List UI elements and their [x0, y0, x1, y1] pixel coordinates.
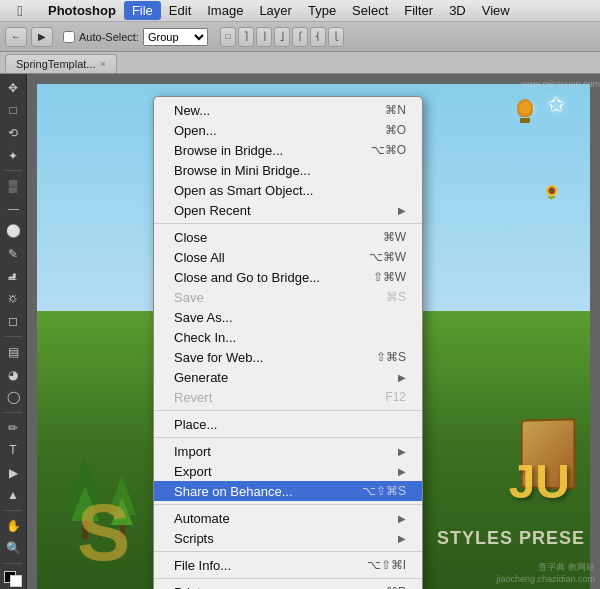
canvas-text-styles: STYLES PRESE [437, 528, 585, 549]
menu-item-browse-bridge[interactable]: Browse in Bridge... ⌥⌘O [154, 140, 422, 160]
tool-gradient[interactable]: ▤ [2, 342, 24, 362]
foreground-bg-color[interactable] [4, 571, 22, 587]
menu-item-browse-mini[interactable]: Browse in Mini Bridge... [154, 160, 422, 180]
menu-image[interactable]: Image [199, 1, 251, 20]
tool-crop[interactable]: ▒ [2, 176, 24, 196]
toolbar-align2[interactable]: ⎥ [256, 27, 272, 47]
tool-divider-3 [4, 412, 22, 413]
toolbar-align1[interactable]: ⎤ [238, 27, 254, 47]
menu-item-new-label: New... [174, 103, 365, 118]
menu-item-save[interactable]: Save ⌘S [154, 287, 422, 307]
menu-item-revert[interactable]: Revert F12 [154, 387, 422, 407]
menu-item-save-as[interactable]: Save As... [154, 307, 422, 327]
tool-dodge[interactable]: ◯ [2, 387, 24, 407]
menu-item-print[interactable]: Print... ⌘P [154, 582, 422, 589]
menu-item-generate-label: Generate [174, 370, 398, 385]
menu-item-check-in[interactable]: Check In... [154, 327, 422, 347]
menu-item-share-behance-shortcut: ⌥⇧⌘S [362, 484, 406, 498]
menu-item-scripts-arrow: ▶ [398, 533, 406, 544]
menu-item-close-all[interactable]: Close All ⌥⌘W [154, 247, 422, 267]
menu-item-open[interactable]: Open... ⌘O [154, 120, 422, 140]
menu-item-close-bridge-shortcut: ⇧⌘W [373, 270, 406, 284]
tools-panel: ✥ □ ⟲ ✦ ▒ ⸻ ⚪ ✎ ⛸ ⛭ ◻ ▤ ◕ ◯ ✏ T ▶ ▲ ✋ 🔍 [0, 74, 27, 589]
tool-move[interactable]: ✥ [2, 78, 24, 98]
menu-item-import[interactable]: Import ▶ [154, 441, 422, 461]
menu-item-export[interactable]: Export ▶ [154, 461, 422, 481]
tool-eyedropper[interactable]: ⸻ [2, 199, 24, 219]
document-tab[interactable]: SpringTemplat... × [5, 54, 117, 73]
toolbar-align6[interactable]: ⎩ [328, 27, 344, 47]
menu-sep-1 [154, 223, 422, 224]
menu-item-close-bridge[interactable]: Close and Go to Bridge... ⇧⌘W [154, 267, 422, 287]
menu-item-share-behance-label: Share on Behance... [174, 484, 342, 499]
tool-select-rect[interactable]: □ [2, 101, 24, 121]
menu-item-open-smart-label: Open as Smart Object... [174, 183, 406, 198]
menu-item-scripts[interactable]: Scripts ▶ [154, 528, 422, 548]
tool-clone[interactable]: ⛸ [2, 267, 24, 287]
menu-3d[interactable]: 3D [441, 1, 474, 20]
menu-item-export-label: Export [174, 464, 398, 479]
toolbar-align4[interactable]: ⎧ [292, 27, 308, 47]
watermark-text2: jiaocheng.chazidian.com [496, 574, 595, 584]
menu-type[interactable]: Type [300, 1, 344, 20]
tool-eraser[interactable]: ◻ [2, 312, 24, 332]
balloon-envelope [517, 99, 533, 117]
menu-item-close-all-shortcut: ⌥⌘W [369, 250, 406, 264]
menu-filter[interactable]: Filter [396, 1, 441, 20]
menu-item-browse-bridge-label: Browse in Bridge... [174, 143, 351, 158]
apple-menu[interactable]:  [0, 2, 40, 19]
menu-item-open-shortcut: ⌘O [385, 123, 406, 137]
menu-item-open-smart[interactable]: Open as Smart Object... [154, 180, 422, 200]
menu-select[interactable]: Select [344, 1, 396, 20]
tab-close-btn[interactable]: × [100, 59, 105, 69]
tool-path[interactable]: ▶ [2, 463, 24, 483]
menu-view[interactable]: View [474, 1, 518, 20]
tool-blur[interactable]: ◕ [2, 365, 24, 385]
app-name[interactable]: Photoshop [40, 1, 124, 20]
toolbar-arrow2-btn[interactable]: ▶ [31, 27, 53, 47]
tool-hand[interactable]: ✋ [2, 516, 24, 536]
menu-item-browse-mini-label: Browse in Mini Bridge... [174, 163, 406, 178]
menu-item-scripts-label: Scripts [174, 531, 398, 546]
menu-item-file-info[interactable]: File Info... ⌥⇧⌘I [154, 555, 422, 575]
menu-item-close-label: Close [174, 230, 363, 245]
menu-item-close[interactable]: Close ⌘W [154, 227, 422, 247]
auto-select-label: Auto-Select: [79, 31, 139, 43]
menu-item-save-label: Save [174, 290, 366, 305]
toolbar-transform-btn[interactable]: □ [220, 27, 236, 47]
auto-select-dropdown[interactable]: Group Layer [143, 28, 208, 46]
auto-select-checkbox[interactable] [63, 31, 75, 43]
toolbar-arrow-btn[interactable]: ← [5, 27, 27, 47]
menu-item-place-label: Place... [174, 417, 406, 432]
menu-layer[interactable]: Layer [251, 1, 300, 20]
tool-text[interactable]: T [2, 440, 24, 460]
tool-lasso[interactable]: ⟲ [2, 123, 24, 143]
tool-pen[interactable]: ✏ [2, 418, 24, 438]
tool-magic-wand[interactable]: ✦ [2, 146, 24, 166]
menu-item-automate-arrow: ▶ [398, 513, 406, 524]
toolbar-align3[interactable]: ⎦ [274, 27, 290, 47]
tool-history[interactable]: ⛭ [2, 289, 24, 309]
watermark-text1: 查字典 教网站 [496, 561, 595, 574]
tool-zoom[interactable]: 🔍 [2, 539, 24, 559]
menu-item-save-web[interactable]: Save for Web... ⇧⌘S [154, 347, 422, 367]
tool-heal[interactable]: ⚪ [2, 221, 24, 241]
menu-item-new[interactable]: New... ⌘N [154, 100, 422, 120]
menu-item-generate-arrow: ▶ [398, 372, 406, 383]
tool-shape[interactable]: ▲ [2, 486, 24, 506]
menu-item-place[interactable]: Place... [154, 414, 422, 434]
menu-item-print-label: Print... [174, 585, 366, 590]
hot-air-balloon [515, 99, 535, 127]
menu-item-automate[interactable]: Automate ▶ [154, 508, 422, 528]
watermark-bottom: 查字典 教网站 jiaocheng.chazidian.com [496, 561, 595, 584]
menu-item-share-behance[interactable]: Share on Behance... ⌥⇧⌘S [154, 481, 422, 501]
menu-item-generate[interactable]: Generate ▶ [154, 367, 422, 387]
menu-edit[interactable]: Edit [161, 1, 199, 20]
menu-file[interactable]: File [124, 1, 161, 20]
toolbar-align5[interactable]: ⎨ [310, 27, 326, 47]
tool-divider-5 [4, 563, 22, 564]
tool-brush[interactable]: ✎ [2, 244, 24, 264]
menu-sep-6 [154, 578, 422, 579]
menu-item-open-recent[interactable]: Open Recent ▶ [154, 200, 422, 220]
menu-item-save-web-shortcut: ⇧⌘S [376, 350, 406, 364]
